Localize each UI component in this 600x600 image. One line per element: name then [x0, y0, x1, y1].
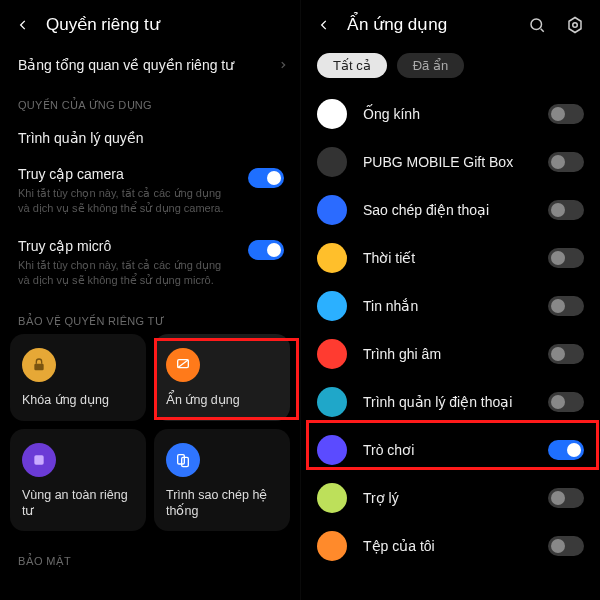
app-row[interactable]: Ống kính	[301, 90, 600, 138]
card-system-clone[interactable]: Trình sao chép hệ thống	[154, 429, 290, 532]
lock-icon	[22, 348, 56, 382]
app-toggle[interactable]	[548, 536, 584, 556]
app-label: Tệp của tôi	[363, 538, 532, 554]
app-icon	[317, 339, 347, 369]
app-row[interactable]: Trợ lý	[301, 474, 600, 522]
app-icon	[317, 531, 347, 561]
camera-access-sub: Khi tắt tùy chọn này, tất cả các ứng dụn…	[18, 186, 282, 216]
mic-access-sub: Khi tắt tùy chọn này, tất cả các ứng dụn…	[18, 258, 282, 288]
card-hide-apps[interactable]: Ẩn ứng dụng	[154, 334, 290, 420]
svg-rect-2	[34, 455, 43, 464]
mic-access-title: Truy cập micrô	[18, 238, 282, 254]
mic-access-row[interactable]: Truy cập micrô Khi tắt tùy chọn này, tất…	[0, 230, 300, 302]
right-header: Ẩn ứng dụng	[301, 0, 600, 45]
app-label: Thời tiết	[363, 250, 532, 266]
card-system-clone-label: Trình sao chép hệ thống	[166, 487, 278, 520]
app-toggle[interactable]	[548, 152, 584, 172]
permission-manager-label: Trình quản lý quyền	[18, 130, 144, 146]
app-icon	[317, 243, 347, 273]
camera-access-row[interactable]: Truy cập camera Khi tắt tùy chọn này, tấ…	[0, 158, 300, 230]
privacy-overview-row[interactable]: Bảng tổng quan về quyền riêng tư	[0, 45, 300, 85]
section-app-permissions: QUYỀN CỦA ỨNG DỤNG	[0, 85, 300, 118]
app-row[interactable]: Trình ghi âm	[301, 330, 600, 378]
back-icon[interactable]	[16, 18, 30, 32]
app-row[interactable]: Tin nhắn	[301, 282, 600, 330]
app-toggle[interactable]	[548, 392, 584, 412]
app-row[interactable]: Trình quản lý điện thoại	[301, 378, 600, 426]
card-app-lock[interactable]: Khóa ứng dụng	[10, 334, 146, 420]
header-actions	[528, 16, 584, 34]
app-toggle[interactable]	[548, 248, 584, 268]
filter-tabs: Tất cả Đã ẩn	[301, 45, 600, 90]
svg-point-7	[573, 22, 578, 27]
card-app-lock-label: Khóa ứng dụng	[22, 392, 134, 408]
privacy-cards: Khóa ứng dụng Ẩn ứng dụng Vùng an toàn r…	[0, 334, 300, 531]
hide-icon	[166, 348, 200, 382]
app-toggle[interactable]	[548, 344, 584, 364]
app-label: Trò chơi	[363, 442, 532, 458]
card-hide-apps-label: Ẩn ứng dụng	[166, 392, 278, 408]
filter-all[interactable]: Tất cả	[317, 53, 387, 78]
app-toggle[interactable]	[548, 296, 584, 316]
hide-apps-pane: Ẩn ứng dụng Tất cả Đã ẩn Ống kínhPUBG MO…	[300, 0, 600, 600]
app-icon	[317, 195, 347, 225]
svg-point-5	[531, 19, 542, 30]
app-label: Trình ghi âm	[363, 346, 532, 362]
app-row[interactable]: PUBG MOBILE Gift Box	[301, 138, 600, 186]
chevron-right-icon	[278, 60, 288, 70]
app-icon	[317, 99, 347, 129]
section-privacy-protect: BẢO VỆ QUYỀN RIÊNG TƯ	[0, 301, 300, 334]
app-icon	[317, 483, 347, 513]
permission-manager-row[interactable]: Trình quản lý quyền	[0, 118, 300, 158]
svg-marker-6	[569, 17, 581, 32]
mic-access-toggle[interactable]	[248, 240, 284, 260]
app-row[interactable]: Sao chép điện thoại	[301, 186, 600, 234]
app-icon	[317, 387, 347, 417]
clone-icon	[166, 443, 200, 477]
app-label: PUBG MOBILE Gift Box	[363, 154, 532, 170]
app-icon	[317, 435, 347, 465]
svg-rect-0	[34, 364, 43, 371]
page-title: Quyền riêng tư	[46, 14, 160, 35]
card-safe-zone-label: Vùng an toàn riêng tư	[22, 487, 134, 520]
app-label: Trợ lý	[363, 490, 532, 506]
app-row[interactable]: Trò chơi	[301, 426, 600, 474]
left-header: Quyền riêng tư	[0, 0, 300, 45]
app-icon	[317, 291, 347, 321]
app-label: Trình quản lý điện thoại	[363, 394, 532, 410]
camera-access-toggle[interactable]	[248, 168, 284, 188]
card-safe-zone[interactable]: Vùng an toàn riêng tư	[10, 429, 146, 532]
settings-icon[interactable]	[566, 16, 584, 34]
app-toggle[interactable]	[548, 440, 584, 460]
section-security: BẢO MẬT	[0, 541, 300, 574]
safe-icon	[22, 443, 56, 477]
app-toggle[interactable]	[548, 200, 584, 220]
privacy-pane: Quyền riêng tư Bảng tổng quan về quyền r…	[0, 0, 300, 600]
app-label: Ống kính	[363, 106, 532, 122]
app-row[interactable]: Tệp của tôi	[301, 522, 600, 570]
app-icon	[317, 147, 347, 177]
app-row[interactable]: Thời tiết	[301, 234, 600, 282]
search-icon[interactable]	[528, 16, 546, 34]
app-label: Sao chép điện thoại	[363, 202, 532, 218]
app-toggle[interactable]	[548, 104, 584, 124]
back-icon[interactable]	[317, 18, 331, 32]
filter-hidden[interactable]: Đã ẩn	[397, 53, 464, 78]
page-title: Ẩn ứng dụng	[347, 14, 447, 35]
privacy-overview-label: Bảng tổng quan về quyền riêng tư	[18, 57, 234, 73]
app-toggle[interactable]	[548, 488, 584, 508]
app-list: Ống kínhPUBG MOBILE Gift BoxSao chép điệ…	[301, 90, 600, 570]
app-label: Tin nhắn	[363, 298, 532, 314]
camera-access-title: Truy cập camera	[18, 166, 282, 182]
